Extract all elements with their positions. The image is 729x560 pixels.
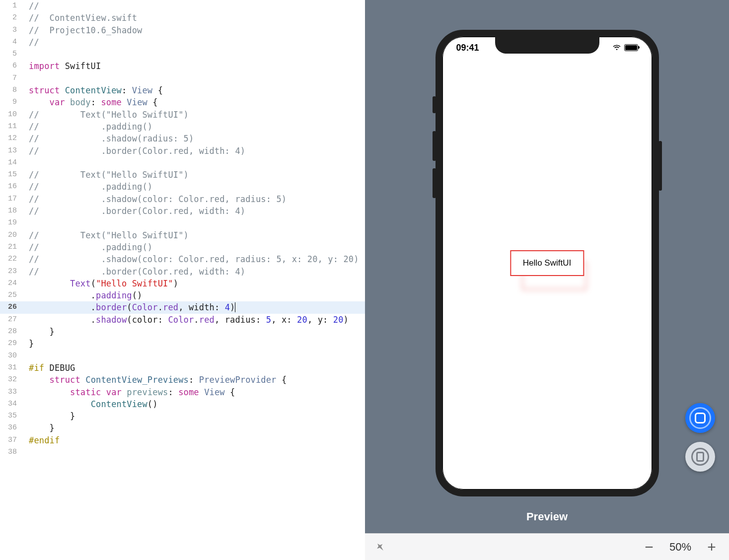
device-mute-switch	[433, 96, 436, 113]
code-line[interactable]: 5	[0, 48, 365, 60]
code-line[interactable]: 9 var body: some View {	[0, 96, 365, 108]
preview-canvas[interactable]: 09:41 Hello SwiftUI	[365, 0, 729, 501]
line-number: 17	[0, 193, 22, 205]
code-editor[interactable]: 1//2// ContentView.swift3// Project10.6_…	[0, 0, 365, 560]
code-line[interactable]: 28 }	[0, 326, 365, 338]
code-content[interactable]: #endif	[22, 434, 60, 446]
code-content[interactable]: // .shadow(color: Color.red, radius: 5, …	[22, 253, 359, 265]
code-line[interactable]: 13// .border(Color.red, width: 4)	[0, 145, 365, 157]
code-line[interactable]: 38	[0, 446, 365, 458]
code-content[interactable]: // .border(Color.red, width: 4)	[22, 145, 245, 157]
code-line[interactable]: 32 struct ContentView_Previews: PreviewP…	[0, 374, 365, 386]
code-line[interactable]: 17// .shadow(color: Color.red, radius: 5…	[0, 193, 365, 205]
line-number: 26	[0, 301, 22, 313]
code-line[interactable]: 12// .shadow(radius: 5)	[0, 133, 365, 144]
code-content[interactable]: .shadow(color: Color.red, radius: 5, x: …	[22, 314, 349, 326]
line-number: 35	[0, 410, 22, 422]
code-content[interactable]: .padding()	[22, 289, 143, 301]
code-line[interactable]: 22// .shadow(color: Color.red, radius: 5…	[0, 253, 365, 265]
code-line[interactable]: 36 }	[0, 422, 365, 434]
code-content[interactable]: .border(Color.red, width: 4)	[22, 301, 235, 313]
code-line[interactable]: 21// .padding()	[0, 241, 365, 253]
line-number: 9	[0, 96, 22, 108]
code-content[interactable]: }	[22, 326, 55, 338]
code-line[interactable]: 2// ContentView.swift	[0, 12, 365, 24]
preview-content: Hello SwiftUI	[510, 250, 584, 276]
code-content[interactable]: #if DEBUG	[22, 362, 75, 374]
code-content[interactable]: // .border(Color.red, width: 4)	[22, 205, 245, 217]
code-content[interactable]: // .shadow(color: Color.red, radius: 5)	[22, 193, 287, 205]
code-line[interactable]: 15// Text("Hello SwiftUI")	[0, 169, 365, 181]
code-content[interactable]: // Text("Hello SwiftUI")	[22, 109, 189, 121]
code-line[interactable]: 20// Text("Hello SwiftUI")	[0, 229, 365, 241]
code-content[interactable]: // Project10.6_Shadow	[22, 24, 142, 36]
code-content[interactable]: var body: some View {	[22, 96, 158, 108]
live-preview-button[interactable]	[685, 403, 715, 433]
line-number: 18	[0, 205, 22, 217]
wifi-icon	[612, 44, 621, 51]
zoom-level: 50%	[669, 541, 691, 554]
code-line[interactable]: 26 .border(Color.red, width: 4)	[0, 301, 365, 313]
code-content[interactable]: // .padding()	[22, 181, 152, 193]
code-content[interactable]: ContentView()	[22, 398, 158, 410]
line-number: 12	[0, 133, 22, 144]
code-line[interactable]: 16// .padding()	[0, 181, 365, 193]
code-content[interactable]: // .padding()	[22, 241, 152, 253]
code-content[interactable]: }	[22, 338, 34, 350]
selectable-preview-button[interactable]	[685, 442, 715, 472]
line-number: 38	[0, 446, 22, 458]
zoom-out-button[interactable]: −	[642, 539, 656, 556]
code-content[interactable]: //	[22, 36, 39, 48]
code-content[interactable]: struct ContentView_Previews: PreviewProv…	[22, 374, 287, 386]
code-content[interactable]: //	[22, 0, 39, 12]
code-content[interactable]: Text("Hello SwiftUI")	[22, 278, 178, 289]
code-content[interactable]: // ContentView.swift	[22, 12, 137, 24]
code-line[interactable]: 27 .shadow(color: Color.red, radius: 5, …	[0, 314, 365, 326]
code-content[interactable]: static var previews: some View {	[22, 386, 235, 398]
code-content[interactable]: // .padding()	[22, 121, 152, 133]
code-line[interactable]: 37#endif	[0, 434, 365, 446]
code-line[interactable]: 4//	[0, 36, 365, 48]
code-line[interactable]: 10// Text("Hello SwiftUI")	[0, 109, 365, 121]
code-content[interactable]: // .shadow(radius: 5)	[22, 133, 194, 144]
code-line[interactable]: 1//	[0, 0, 365, 12]
code-line[interactable]: 33 static var previews: some View {	[0, 386, 365, 398]
code-line[interactable]: 34 ContentView()	[0, 398, 365, 410]
zoom-in-button[interactable]: +	[704, 539, 719, 556]
code-content[interactable]: }	[22, 422, 55, 434]
line-number: 5	[0, 48, 22, 60]
line-number: 8	[0, 84, 22, 96]
device-volume-down	[433, 168, 436, 198]
pin-icon[interactable]	[373, 539, 388, 555]
code-line[interactable]: 19	[0, 217, 365, 229]
code-line[interactable]: 29}	[0, 338, 365, 350]
line-number: 1	[0, 0, 22, 12]
code-line[interactable]: 8struct ContentView: View {	[0, 84, 365, 96]
code-line[interactable]: 24 Text("Hello SwiftUI")	[0, 278, 365, 289]
code-line[interactable]: 3// Project10.6_Shadow	[0, 24, 365, 36]
line-number: 27	[0, 314, 22, 326]
code-line[interactable]: 11// .padding()	[0, 121, 365, 133]
code-line[interactable]: 35 }	[0, 410, 365, 422]
code-line[interactable]: 7	[0, 72, 365, 84]
code-line[interactable]: 18// .border(Color.red, width: 4)	[0, 205, 365, 217]
hello-text: Hello SwiftUI	[510, 250, 584, 276]
code-content[interactable]: }	[22, 410, 75, 422]
device-power-button	[658, 141, 662, 191]
code-line[interactable]: 14	[0, 157, 365, 169]
code-content[interactable]: // Text("Hello SwiftUI")	[22, 229, 189, 241]
device-volume-up	[433, 131, 436, 161]
code-line[interactable]: 25 .padding()	[0, 289, 365, 301]
code-content[interactable]: // .border(Color.red, width: 4)	[22, 266, 245, 278]
line-number: 10	[0, 109, 22, 121]
code-content[interactable]: import SwiftUI	[22, 60, 101, 72]
line-number: 3	[0, 24, 22, 36]
line-number: 21	[0, 241, 22, 253]
code-line[interactable]: 6import SwiftUI	[0, 60, 365, 72]
code-line[interactable]: 23// .border(Color.red, width: 4)	[0, 266, 365, 278]
code-content[interactable]: // Text("Hello SwiftUI")	[22, 169, 189, 181]
line-number: 19	[0, 217, 22, 229]
code-line[interactable]: 30	[0, 350, 365, 362]
code-line[interactable]: 31#if DEBUG	[0, 362, 365, 374]
code-content[interactable]: struct ContentView: View {	[22, 84, 163, 96]
